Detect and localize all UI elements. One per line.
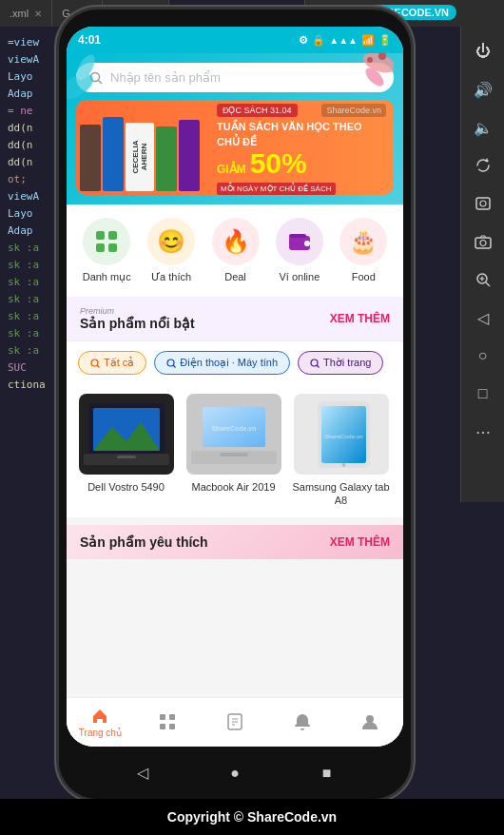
laptop-svg-dell — [84, 398, 169, 470]
svg-rect-3 — [475, 238, 491, 248]
promo-subtitle: MỖI NGÀY MỘT CHỦ ĐỀ SÁCH — [217, 183, 336, 195]
product-card-macbook[interactable]: ShareCode.vn Macbook Air 2019 — [184, 394, 283, 508]
category-ua-thich[interactable]: 😊 Ưa thích — [147, 218, 195, 283]
home-nav-icon — [90, 707, 109, 726]
nav-categories[interactable] — [134, 698, 202, 747]
grid-icon — [94, 229, 119, 254]
svg-point-24 — [91, 359, 98, 366]
product-name-macbook: Macbook Air 2019 — [191, 480, 275, 494]
phone-back-button[interactable]: ◁ — [129, 760, 156, 786]
svg-point-26 — [167, 359, 174, 366]
filter-all-label: Tất cả — [104, 357, 134, 369]
copyright-bar: Copyright © ShareCode.vn — [0, 799, 504, 835]
nav-notifications[interactable] — [268, 698, 336, 747]
filter-fashion-label: Thời trang — [323, 357, 371, 369]
search-filter-fashion-icon — [310, 359, 320, 368]
svg-rect-35 — [117, 456, 136, 458]
svg-rect-40 — [220, 453, 248, 456]
book-2 — [103, 117, 124, 191]
home-icon[interactable]: ○ — [466, 339, 500, 373]
filter-row: Tất cả Điện thoại · Máy tính Thời trang — [67, 341, 403, 384]
product-img-macbook: ShareCode.vn — [186, 394, 281, 475]
svg-rect-20 — [108, 243, 117, 252]
app-content: Nhập tên sản phẩm CECELIAAHERN — [67, 53, 403, 747]
svg-text:ShareCode.vn: ShareCode.vn — [211, 425, 256, 432]
tablet-svg-samsung: ShareCode.vn — [299, 398, 384, 470]
svg-rect-48 — [169, 714, 175, 720]
svg-rect-49 — [160, 724, 165, 729]
search-placeholder: Nhập tên sản phẩm — [110, 70, 221, 85]
rotate-icon[interactable] — [466, 148, 500, 183]
svg-rect-34 — [84, 454, 169, 465]
promo-books: CECELIAAHERN — [76, 100, 209, 195]
more-options-icon[interactable]: ⋯ — [466, 415, 500, 449]
nav-cart[interactable] — [202, 698, 269, 747]
filter-fashion[interactable]: Thời trang — [298, 351, 383, 375]
filter-all[interactable]: Tất cả — [78, 351, 146, 375]
promo-title: TUẦN SÁCH VĂN HỌC THEO CHỦ ĐỀ — [217, 120, 386, 149]
tab-close-xml[interactable]: ✕ — [34, 9, 42, 19]
category-deal[interactable]: 🔥 Deal — [212, 218, 260, 283]
svg-point-28 — [311, 359, 318, 366]
product-card-dell[interactable]: Dell Vostro 5490 — [76, 394, 176, 508]
category-label-danh-muc: Danh mục — [83, 271, 131, 283]
svg-point-4 — [480, 241, 486, 246]
category-food[interactable]: 🎂 Food — [339, 218, 387, 283]
product-name-samsung: Samsung Galaxy tab A8 — [291, 480, 391, 508]
power-icon[interactable]: ⏻ — [466, 34, 500, 68]
svg-point-2 — [480, 201, 486, 206]
category-label-vi-online: Ví online — [279, 271, 320, 282]
svg-rect-19 — [96, 243, 105, 252]
filter-phone-label: Điện thoại · Máy tính — [180, 357, 278, 369]
phone-home-button[interactable]: ● — [222, 760, 248, 786]
header-banner: Nhập tên sản phẩm CECELIAAHERN — [67, 53, 403, 204]
grid-nav-icon — [158, 712, 177, 731]
settings-status-icon: ⚙ — [299, 34, 308, 47]
phone-screen: 4:01 ⚙ 🔒 ▲▲▲ 📶 🔋 — [67, 27, 403, 747]
tab-xml[interactable]: .xml ✕ — [0, 0, 52, 27]
zoom-icon[interactable] — [466, 262, 500, 297]
svg-rect-18 — [108, 231, 117, 240]
android-sidebar-tools: ⏻ 🔊 🔈 ◁ ○ □ ⋯ — [460, 27, 504, 502]
svg-rect-50 — [169, 724, 175, 729]
screenshot-icon[interactable] — [466, 186, 500, 221]
nav-home[interactable]: Trang chủ — [67, 698, 134, 747]
search-filter-phone-icon — [166, 359, 176, 368]
lock-status-icon: 🔒 — [312, 34, 325, 47]
product-img-samsung: ShareCode.vn — [294, 394, 389, 475]
phone-home-area: ◁ ● ■ — [59, 747, 411, 799]
promo-discount: GIẢM 50% — [217, 149, 386, 178]
status-time: 4:01 — [78, 33, 101, 47]
category-danh-muc[interactable]: Danh mục — [83, 218, 131, 283]
fire-icon: 🔥 — [222, 228, 250, 255]
category-row: Danh mục 😊 Ưa thích 🔥 Deal — [67, 204, 403, 297]
promo-watermark: ShareCode.vn — [321, 104, 386, 117]
recents-icon[interactable]: □ — [466, 377, 500, 411]
svg-point-45 — [341, 463, 345, 467]
volume-up-icon[interactable]: 🔊 — [466, 72, 500, 107]
nav-profile[interactable] — [336, 698, 403, 747]
promo-banner[interactable]: CECELIAAHERN ĐỌC SÁCH 31.04 TUẦN SÁCH VĂ… — [76, 100, 394, 195]
bottom-section-header: Sản phẩm yêu thích XEM THÊM — [67, 525, 403, 559]
svg-point-55 — [366, 715, 374, 723]
phone-recents-button[interactable]: ■ — [314, 760, 340, 786]
status-icons: ⚙ 🔒 ▲▲▲ 📶 🔋 — [299, 34, 392, 47]
back-icon[interactable]: ◁ — [466, 301, 500, 335]
svg-line-27 — [173, 365, 176, 368]
laptop-svg-macbook: ShareCode.vn — [191, 398, 277, 470]
svg-rect-23 — [289, 234, 306, 238]
bottom-section-link[interactable]: XEM THÊM — [330, 535, 390, 549]
book-4 — [156, 126, 177, 191]
section-title-featured: Sản phẩm nổi bật — [80, 316, 195, 331]
product-img-dell — [79, 394, 174, 475]
category-vi-online[interactable]: Ví online — [276, 218, 323, 283]
featured-see-more-link[interactable]: XEM THÊM — [330, 312, 390, 325]
volume-down-icon[interactable]: 🔈 — [466, 110, 500, 145]
category-label-ua-thich: Ưa thích — [151, 271, 191, 283]
filter-phone-computer[interactable]: Điện thoại · Máy tính — [154, 351, 290, 375]
book-1 — [80, 125, 101, 191]
svg-rect-1 — [476, 198, 490, 209]
camera-icon[interactable] — [466, 224, 500, 259]
featured-section-header: Premium Sản phẩm nổi bật XEM THÊM — [67, 297, 403, 341]
product-card-samsung[interactable]: ShareCode.vn Samsung Galaxy tab A8 — [291, 394, 391, 508]
